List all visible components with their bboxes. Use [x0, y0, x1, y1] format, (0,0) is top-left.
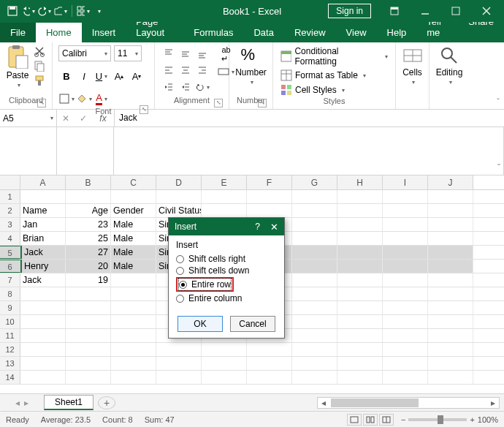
cell[interactable]: [202, 343, 247, 356]
row-header[interactable]: 4: [0, 232, 20, 245]
decrease-indent-button[interactable]: [161, 79, 177, 95]
cell[interactable]: [20, 301, 66, 314]
tab-view[interactable]: View: [336, 23, 377, 42]
cell[interactable]: [66, 329, 111, 342]
cell[interactable]: [383, 218, 428, 231]
increase-indent-button[interactable]: [177, 79, 194, 95]
new-sheet-button[interactable]: +: [98, 396, 115, 409]
cell[interactable]: 27: [66, 246, 111, 259]
cell[interactable]: [337, 287, 383, 301]
cell[interactable]: [202, 190, 247, 203]
row-header[interactable]: 14: [0, 371, 20, 384]
cell[interactable]: [337, 218, 383, 231]
horizontal-scrollbar[interactable]: ◂ ▸: [317, 397, 500, 409]
cell[interactable]: [428, 315, 473, 328]
formula-input[interactable]: Jack: [115, 110, 504, 126]
cell[interactable]: [202, 371, 247, 384]
cell[interactable]: [292, 287, 337, 301]
cell[interactable]: [111, 273, 156, 287]
cell[interactable]: [428, 218, 473, 231]
cell[interactable]: [383, 329, 428, 342]
cell[interactable]: [292, 218, 337, 231]
col-header[interactable]: I: [383, 175, 428, 189]
cell[interactable]: Male: [111, 218, 156, 231]
tab-home[interactable]: Home: [36, 23, 82, 42]
row-header[interactable]: 5: [0, 246, 20, 259]
cell[interactable]: Jack: [20, 246, 66, 259]
cell[interactable]: [292, 204, 337, 217]
cell[interactable]: [292, 329, 337, 342]
cell[interactable]: [20, 371, 66, 384]
cell[interactable]: [156, 371, 202, 384]
collapse-ribbon-icon[interactable]: ˇ: [497, 97, 500, 106]
cell-styles-button[interactable]: Cell Styles▾: [279, 83, 389, 97]
radio-shift-right[interactable]: Shift cells right: [176, 253, 277, 265]
tab-formulas[interactable]: Formulas: [183, 23, 243, 42]
dialog-titlebar[interactable]: Insert ? ✕: [169, 218, 284, 235]
cell[interactable]: [292, 357, 337, 370]
cell[interactable]: [202, 357, 247, 370]
align-middle-button[interactable]: [177, 45, 194, 61]
tab-data[interactable]: Data: [243, 23, 283, 42]
format-painter-icon[interactable]: [34, 75, 45, 86]
col-header[interactable]: G: [292, 175, 337, 189]
name-box[interactable]: A5▾: [0, 110, 57, 126]
cell[interactable]: [292, 273, 337, 287]
col-header[interactable]: B: [66, 175, 111, 189]
col-header[interactable]: H: [337, 175, 383, 189]
dialog-close-button[interactable]: ✕: [270, 222, 278, 233]
cell[interactable]: Jan: [20, 218, 66, 231]
zoom-slider[interactable]: [408, 418, 467, 421]
save-icon[interactable]: [6, 4, 19, 18]
view-page-layout-button[interactable]: [363, 414, 378, 426]
number-format-button[interactable]: % Number ▾: [235, 45, 267, 86]
sign-in-button[interactable]: Sign in: [328, 4, 371, 18]
maximize-button[interactable]: [441, 0, 470, 22]
cell[interactable]: [66, 371, 111, 384]
font-launcher[interactable]: ⤡: [140, 105, 148, 114]
cell[interactable]: [337, 232, 383, 245]
cell[interactable]: [20, 315, 66, 328]
cell[interactable]: [66, 190, 111, 203]
cell[interactable]: Henry: [20, 260, 66, 273]
cell[interactable]: [111, 357, 156, 370]
cell[interactable]: [383, 273, 428, 287]
open-icon[interactable]: ▾: [54, 4, 67, 18]
cell[interactable]: [337, 315, 383, 328]
cell[interactable]: Male: [111, 246, 156, 259]
scroll-left-icon[interactable]: ◂: [318, 398, 329, 408]
cell[interactable]: [20, 190, 66, 203]
cell[interactable]: [337, 301, 383, 314]
align-center-button[interactable]: [177, 62, 194, 78]
ribbon-display-button[interactable]: [380, 0, 409, 22]
cell[interactable]: [337, 190, 383, 203]
number-launcher[interactable]: ⤡: [258, 99, 267, 107]
cell[interactable]: [383, 357, 428, 370]
cell[interactable]: [428, 343, 473, 356]
cell[interactable]: [292, 315, 337, 328]
bold-button[interactable]: B: [58, 68, 75, 84]
cell[interactable]: [292, 343, 337, 356]
ok-button[interactable]: OK: [177, 316, 223, 332]
cell[interactable]: [383, 287, 428, 301]
cell[interactable]: [337, 246, 383, 259]
qat-customize-icon[interactable]: ▾: [93, 4, 106, 18]
cell[interactable]: [383, 343, 428, 356]
close-button[interactable]: [472, 0, 501, 22]
row-header[interactable]: 3: [0, 218, 20, 231]
font-name-select[interactable]: Calibri▾: [58, 45, 111, 61]
row-header[interactable]: 7: [0, 273, 20, 287]
cut-icon[interactable]: [34, 45, 45, 57]
cell[interactable]: [383, 301, 428, 314]
cell[interactable]: [111, 287, 156, 301]
sheet-nav-next[interactable]: ▸: [24, 398, 28, 408]
row-header[interactable]: 1: [0, 190, 20, 203]
decrease-font-button[interactable]: A▾: [129, 68, 145, 84]
cell[interactable]: [247, 343, 292, 356]
cell[interactable]: [428, 232, 473, 245]
cell[interactable]: [247, 371, 292, 384]
cell[interactable]: [111, 343, 156, 356]
align-top-button[interactable]: [161, 45, 177, 61]
cell[interactable]: 19: [66, 273, 111, 287]
scroll-right-icon[interactable]: ▸: [487, 398, 499, 408]
